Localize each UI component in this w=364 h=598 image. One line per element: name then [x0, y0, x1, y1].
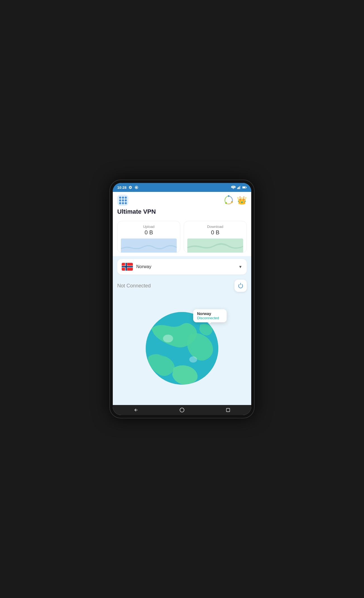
- upload-wave: [121, 239, 177, 252]
- svg-rect-3: [240, 186, 240, 189]
- status-bar-left: 10:28: [117, 185, 139, 190]
- grid-dots-icon: [119, 197, 127, 204]
- power-icon: [238, 283, 244, 289]
- globe-tooltip: Norway Disconnected: [193, 309, 227, 322]
- signal-icon: [237, 185, 241, 190]
- app-title-section: Ultimate VPN: [113, 208, 251, 219]
- globe: [146, 312, 218, 385]
- tooltip-country: Norway: [197, 311, 223, 316]
- country-section: Norway ▼: [113, 256, 251, 277]
- upload-value: 0 B: [121, 229, 177, 236]
- norway-flag: [122, 263, 133, 271]
- header: 👑: [113, 192, 251, 208]
- app-title: Ultimate VPN: [117, 208, 247, 215]
- country-name: Norway: [136, 264, 235, 269]
- app-content: 👑 Ultimate VPN Upload 0 B: [113, 192, 251, 405]
- sync-icon[interactable]: [224, 195, 234, 205]
- country-selector[interactable]: Norway ▼: [117, 259, 247, 275]
- wifi-icon: [231, 185, 236, 190]
- tooltip-status: Disconnected: [197, 316, 223, 320]
- globe-section: Norway Disconnected: [113, 294, 251, 405]
- nav-bar: [113, 405, 251, 415]
- svg-rect-6: [246, 187, 247, 188]
- download-value: 0 B: [187, 229, 243, 236]
- connection-section: Not Connected: [113, 277, 251, 294]
- battery-icon: [242, 185, 247, 190]
- nav-recent-button[interactable]: [224, 406, 232, 414]
- download-card: Download 0 B: [184, 221, 247, 253]
- svg-rect-0: [237, 188, 238, 189]
- svg-rect-17: [226, 408, 230, 412]
- device-screen: 10:28: [113, 183, 251, 415]
- at-icon: [134, 185, 139, 190]
- stats-section: Upload 0 B Download 0 B: [113, 219, 251, 256]
- status-time: 10:28: [117, 185, 126, 190]
- status-bar-right: [231, 185, 247, 190]
- grid-button[interactable]: [117, 195, 128, 206]
- upload-label: Upload: [121, 225, 177, 229]
- nav-back-button[interactable]: [132, 406, 140, 414]
- chevron-down-icon: ▼: [238, 265, 242, 269]
- globe-container: Norway Disconnected: [146, 312, 218, 385]
- svg-rect-5: [243, 187, 245, 188]
- download-wave: [187, 239, 243, 252]
- svg-rect-1: [238, 187, 239, 189]
- nav-home-button[interactable]: [178, 406, 186, 414]
- download-label: Download: [187, 225, 243, 229]
- status-bar: 10:28: [113, 183, 251, 192]
- upload-card: Upload 0 B: [117, 221, 180, 253]
- power-button[interactable]: [234, 280, 247, 292]
- svg-rect-2: [239, 186, 240, 189]
- connection-status: Not Connected: [117, 283, 151, 289]
- crown-icon[interactable]: 👑: [237, 196, 247, 205]
- svg-point-14: [189, 356, 197, 363]
- header-right: 👑: [224, 195, 247, 205]
- device-frame: 10:28: [109, 180, 255, 418]
- svg-point-16: [180, 408, 184, 412]
- settings-icon: [128, 185, 133, 190]
- svg-point-13: [163, 335, 173, 342]
